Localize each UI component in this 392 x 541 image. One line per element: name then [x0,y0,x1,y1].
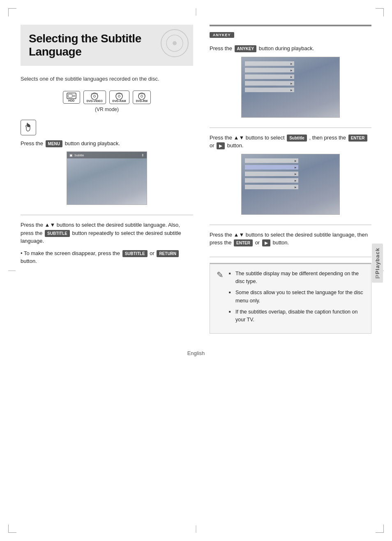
right-step1-text: Press the ANYKEY button during playback. [210,44,371,53]
corner-mark-br [376,525,384,533]
left-step2-bullet: • To make the screen disappear, press th… [21,249,193,265]
top-rule [210,25,371,26]
left-column: Selecting the Subtitle Language Selects … [21,25,201,334]
vr-mode-text: (VR mode) [21,107,193,112]
anykey-badge: ANYKEY [210,32,234,38]
disc-icon-dvd-video: DVD-VIDEO [83,91,106,104]
screenshot-step1-right [241,57,340,118]
disc-icon-dvd-rw: DVD-RW [133,91,151,104]
svg-point-7 [94,95,96,97]
left-step1: Press the MENU button during playback. ▣… [21,139,193,216]
hdd-icon [67,93,76,99]
subtitle-button-label2: SUBTITLE [122,250,148,257]
title-box: Selecting the Subtitle Language [21,25,193,66]
return-button-label: RETURN [157,250,179,257]
hand-icon-box [21,120,36,135]
right-step2-text: Press the ▲▼ buttons to select Subtitle … [210,134,371,150]
note-item-3: If the subtitles overlap, disable the ca… [229,308,364,324]
footer-language: English [21,350,371,356]
subtitle-select-label: Subtitle [287,135,307,142]
playback-sidebar: PPlayback [372,244,383,283]
svg-point-2 [173,41,177,45]
hand-icon [23,123,33,132]
svg-point-10 [118,95,120,97]
dvd-ram-icon [114,92,124,100]
right-step2: Press the ▲▼ buttons to select Subtitle … [210,134,371,225]
left-step2-text: Press the ▲▼ buttons to select the desir… [21,221,193,245]
right-step3-text: Press the ▲▼ buttons to select the desir… [210,231,371,247]
disc-icons-row: HDD DVD-VIDEO DVD-RAM [21,91,193,104]
pencil-icon: ✎ [217,270,224,280]
enter-button-label2: ENTER [234,239,253,246]
main-layout: Selecting the Subtitle Language Selects … [21,25,371,334]
disc-icon-dvd-ram: DVD-RAM [109,91,129,104]
left-center-mark [8,270,16,271]
note-item-1: The subtitle display may be different de… [229,270,364,286]
right-step3: Press the ▲▼ buttons to select the desir… [210,231,371,257]
svg-rect-4 [68,94,72,98]
dvd-video-icon [90,92,99,100]
svg-point-5 [73,95,75,97]
notes-list: The subtitle display may be different de… [229,270,364,324]
dvd-rw-icon [137,92,147,100]
disc-watermark [160,29,189,58]
description-text: Selects one of the subtitle languages re… [21,75,193,83]
scr-topbar: ▣ Subtitle ⇕ [67,152,147,158]
disc-icon-hdd: HDD [63,91,80,104]
bottom-center-mark [196,525,196,533]
right-column: ANYKEY Press the ANYKEY button during pl… [201,25,371,334]
scr-disc-icon: ▣ [69,153,73,157]
menu-overlay [245,61,294,94]
left-step2: Press the ▲▼ buttons to select the desir… [21,221,193,275]
notes-box: ✎ The subtitle display may be different … [210,263,371,334]
corner-mark-bl [8,525,16,533]
corner-mark-tr [376,8,384,16]
left-step1-text: Press the MENU button during playback. [21,139,193,148]
svg-point-13 [141,95,143,97]
scr-content [67,160,147,204]
menu-button-label: MENU [46,140,62,147]
corner-mark-tl [8,8,16,16]
enter-button-label: ENTER [348,135,367,142]
anykey-button-label: ANYKEY [235,45,257,52]
play-button-label: ▶ [217,142,225,149]
note-item-2: Some discs allow you to select the langu… [229,289,364,305]
page-container: PPlayback Selecting the Subtitle Languag… [0,0,392,541]
menu-overlay-2 [245,158,298,191]
screenshot-step1-left: ▣ Subtitle ⇕ [67,151,147,205]
play-button-label2: ▶ [262,239,270,246]
screenshot-step2-right [241,154,340,215]
top-center-mark [196,8,196,16]
right-step1: Press the ANYKEY button during playback. [210,44,371,128]
subtitle-button-label: SUBTITLE [45,230,70,237]
playback-sidebar-text: PPlayback [374,248,381,279]
